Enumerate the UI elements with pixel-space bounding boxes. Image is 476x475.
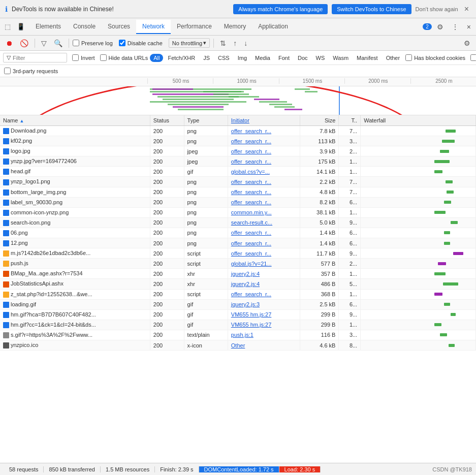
more-options-icon[interactable]: ⋮ (449, 21, 462, 33)
cell-initiator[interactable]: push.js:1 (228, 330, 300, 340)
cell-initiator[interactable]: global.css?v=... (228, 167, 300, 177)
table-row[interactable]: logo.jpg 200 jpeg offer_search_r... 3.9 … (0, 146, 476, 156)
cell-initiator[interactable]: jquery2.js:4 (228, 279, 300, 289)
hide-data-urls-checkbox[interactable] (100, 54, 107, 61)
filter-tag-all[interactable]: All (150, 54, 163, 62)
cell-initiator[interactable]: offer_search_r... (228, 177, 300, 187)
settings-icon[interactable]: ⚙ (434, 21, 447, 33)
table-row[interactable]: JobStatisticsApi.ashx 200 xhr jquery2.js… (0, 279, 476, 289)
hide-data-urls-label[interactable]: Hide data URLs (100, 54, 148, 61)
throttle-select[interactable]: No throttling ▾ (169, 38, 210, 48)
cell-initiator[interactable]: global.js?v=21... (228, 259, 300, 269)
cell-initiator[interactable]: offer_search_r... (228, 248, 300, 259)
dont-show-link[interactable]: Don't show again (416, 6, 458, 12)
has-blocked-cookies-label[interactable]: Has blocked cookies (405, 54, 465, 61)
close-devtools-button[interactable]: × (464, 21, 474, 33)
preserve-log-label[interactable]: Preserve log (73, 40, 113, 46)
tab-performance[interactable]: Performance (171, 20, 218, 34)
blocked-requests-checkbox[interactable] (470, 54, 476, 61)
has-blocked-cookies-checkbox[interactable] (405, 54, 412, 61)
table-row[interactable]: bottom_large_img.png 200 png offer_searc… (0, 187, 476, 197)
cell-initiator[interactable]: offer_search_r... (228, 289, 300, 299)
inspect-icon[interactable]: ⬚ (2, 21, 13, 33)
tab-console[interactable]: Console (67, 20, 102, 34)
filter-tag-media[interactable]: Media (251, 54, 274, 62)
device-icon[interactable]: 📱 (14, 21, 27, 33)
table-row[interactable]: loading.gif 200 gif jquery2.js:3 2.5 kB … (0, 299, 476, 309)
tab-memory[interactable]: Memory (218, 20, 252, 34)
col-header-name[interactable]: Name ▲ (0, 115, 150, 126)
preserve-log-checkbox[interactable] (73, 40, 79, 46)
table-row[interactable]: label_sm_90030.png 200 png offer_search_… (0, 197, 476, 207)
col-header-status[interactable]: Status (150, 115, 184, 126)
table-row[interactable]: hm.gif?cc=1&ck=1&cl=24-bit&ds... 200 gif… (0, 320, 476, 330)
cell-initiator[interactable]: VM655 hm.js:27 (228, 309, 300, 320)
cell-initiator[interactable]: jquery2.js:4 (228, 269, 300, 279)
table-row[interactable]: search-icon.png 200 png search-result.c.… (0, 217, 476, 228)
tab-network[interactable]: Network (136, 20, 171, 34)
cell-initiator[interactable]: common.min.y... (228, 207, 300, 217)
table-row[interactable]: 06.png 200 png offer_search_r... 1.4 kB … (0, 228, 476, 238)
disable-cache-label[interactable]: Disable cache (119, 40, 163, 46)
third-party-checkbox[interactable] (4, 68, 11, 74)
table-row[interactable]: 12.png 200 png offer_search_r... 1.4 kB … (0, 238, 476, 248)
tab-sources[interactable]: Sources (102, 20, 136, 34)
col-header-initiator[interactable]: Initiator (228, 115, 300, 126)
download-icon[interactable]: ↓ (241, 38, 250, 49)
cell-initiator[interactable]: offer_search_r... (228, 126, 300, 136)
invert-checkbox[interactable] (72, 54, 79, 61)
cell-initiator[interactable]: offer_search_r... (228, 197, 300, 207)
cell-initiator[interactable]: offer_search_r... (228, 187, 300, 197)
table-row[interactable]: BMap_Ma..age.ashx?r=7534 200 xhr jquery2… (0, 269, 476, 279)
table-row[interactable]: Download.png 200 png offer_search_r... 7… (0, 126, 476, 136)
cell-initiator[interactable]: offer_search_r... (228, 146, 300, 156)
tab-elements[interactable]: Elements (29, 20, 67, 34)
table-row[interactable]: ynzp.jpg?ver=1694772406 200 jpeg offer_s… (0, 156, 476, 167)
table-row[interactable]: hm.gif?hca=B7D7B607C40F482... 200 gif VM… (0, 309, 476, 320)
col-header-size[interactable]: Size (300, 115, 339, 126)
col-header-type[interactable]: Type (184, 115, 228, 126)
table-row[interactable]: common-icon-ynzp.png 200 png common.min.… (0, 207, 476, 217)
filter-tag-js[interactable]: JS (200, 54, 213, 62)
col-header-time[interactable]: T.. (339, 115, 361, 126)
invert-label[interactable]: Invert (72, 54, 95, 61)
wifi-icon[interactable]: ⇅ (217, 38, 229, 49)
table-row[interactable]: kf02.png 200 png offer_search_r... 113 k… (0, 136, 476, 146)
table-row[interactable]: push.js 200 script global.js?v=21... 577… (0, 259, 476, 269)
filter-tag-img[interactable]: Img (234, 54, 250, 62)
cell-initiator[interactable]: offer_search_r... (228, 238, 300, 248)
clear-button[interactable]: 🚫 (17, 38, 31, 49)
record-button[interactable]: ⏺ (3, 38, 15, 49)
match-language-button[interactable]: Always match Chrome's language (233, 4, 328, 14)
filter-tag-fetchxhr[interactable]: Fetch/XHR (164, 54, 199, 62)
third-party-label[interactable]: 3rd-party requests (4, 68, 58, 74)
filter-input[interactable] (13, 55, 64, 61)
filter-tag-css[interactable]: CSS (214, 54, 233, 62)
cell-initiator[interactable]: jquery2.js:3 (228, 299, 300, 309)
disable-cache-checkbox[interactable] (119, 40, 125, 46)
notification-close-button[interactable]: × (462, 5, 471, 14)
table-row[interactable]: s.gif?r=https%3A%2F%2Fwww... 200 text/pl… (0, 330, 476, 340)
table-row[interactable]: m.js?142db26e1dbad2c3db6e... 200 script … (0, 248, 476, 259)
cell-initiator[interactable]: offer_search_r... (228, 136, 300, 146)
switch-devtools-button[interactable]: Switch DevTools to Chinese (332, 4, 411, 14)
search-button[interactable]: 🔍 (51, 38, 65, 49)
network-table-wrap[interactable]: Name ▲ Status Type Initiator Size T.. Wa… (0, 115, 476, 428)
cell-initiator[interactable]: Other (228, 340, 300, 350)
network-settings-icon[interactable]: ⚙ (461, 38, 473, 49)
filter-tag-other[interactable]: Other (383, 54, 404, 62)
filter-tag-ws[interactable]: WS (312, 54, 329, 62)
filter-tag-doc[interactable]: Doc (294, 54, 311, 62)
cell-initiator[interactable]: search-result.c... (228, 217, 300, 228)
filter-tag-wasm[interactable]: Wasm (329, 54, 352, 62)
table-row[interactable]: ynzp_logo1.png 200 png offer_search_r...… (0, 177, 476, 187)
tab-application[interactable]: Application (252, 20, 294, 34)
filter-tag-font[interactable]: Font (275, 54, 293, 62)
filter-button[interactable]: ▽ (39, 38, 49, 49)
cell-initiator[interactable]: offer_search_r... (228, 156, 300, 167)
cell-initiator[interactable]: VM655 hm.js:27 (228, 320, 300, 330)
table-row[interactable]: z_stat.php?id=12552638...&we... 200 scri… (0, 289, 476, 299)
col-header-waterfall[interactable]: Waterfall (361, 115, 476, 126)
filter-tag-manifest[interactable]: Manifest (353, 54, 382, 62)
blocked-requests-label[interactable]: Blocked Requests (470, 54, 476, 61)
